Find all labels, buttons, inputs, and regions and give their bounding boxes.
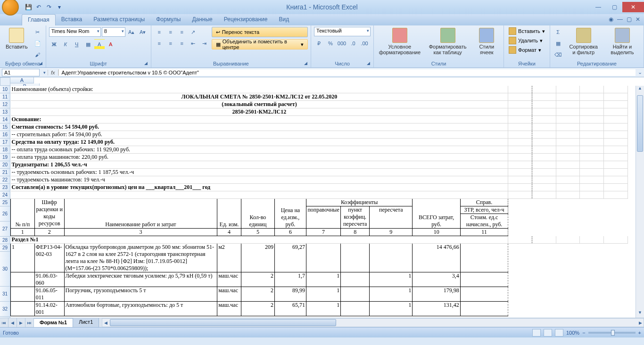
increase-indent-icon[interactable]: ⇥ [199, 38, 210, 49]
horizontal-scrollbar[interactable]: ◀ ▶ [102, 318, 644, 327]
cell[interactable] [370, 244, 413, 272]
cell[interactable]: м2 [217, 244, 241, 272]
increase-decimal-icon[interactable]: .0 [348, 38, 358, 49]
row-header-23[interactable]: 23 [0, 184, 10, 191]
wrap-text-button[interactable]: ↩Перенос текста [212, 27, 308, 37]
underline-button[interactable]: Ч [72, 39, 82, 49]
qat-customize-icon[interactable]: ▾ [55, 2, 64, 12]
cell[interactable]: 91.06.03-060 [34, 272, 64, 287]
row-header-18[interactable]: 18 [0, 146, 10, 154]
paste-button[interactable]: Вставить [3, 27, 31, 50]
row-header-33[interactable]: 33 [0, 317, 10, 318]
row-header-24[interactable]: 24 [0, 191, 10, 199]
cell[interactable]: Трудозатраты: 1 206,55 чел.-ч [11, 161, 508, 169]
cell[interactable] [341, 272, 370, 287]
cell[interactable] [306, 244, 340, 272]
colnum[interactable]: 5 [241, 229, 274, 236]
align-right-icon[interactable]: ≡ [177, 38, 187, 49]
cell[interactable]: 2 [241, 272, 274, 287]
format-as-table-button[interactable]: Форматировать как таблицу [425, 27, 471, 56]
cell[interactable]: 2 [241, 302, 274, 316]
help-icon[interactable]: ◉ [609, 16, 613, 24]
col-header-A[interactable]: A [10, 77, 34, 83]
clipboard-launcher-icon[interactable]: ◢ [39, 61, 45, 66]
cell[interactable] [341, 287, 370, 302]
cell[interactable]: 1,7 [274, 272, 306, 287]
cell[interactable]: -- трудоемкость машинистов: 19 чел.-ч [11, 176, 508, 184]
tab-prev-icon[interactable]: ◀ [8, 318, 17, 327]
orientation-icon[interactable]: ↗ [188, 27, 198, 37]
row-header-26[interactable]: 26 [0, 206, 10, 222]
row-header-17[interactable]: 17 [0, 139, 10, 146]
cell[interactable] [11, 302, 35, 316]
tab-formulas[interactable]: Формулы [150, 14, 186, 25]
vertical-scrollbar[interactable]: ▲ ▼ [636, 86, 644, 318]
select-all-corner[interactable] [0, 77, 10, 86]
cell-styles-button[interactable]: Стили ячеек [472, 27, 501, 56]
th-sprav[interactable]: Справ. [460, 199, 508, 206]
cell[interactable] [460, 287, 508, 302]
row-header-11[interactable]: 11 [0, 93, 10, 101]
number-launcher-icon[interactable]: ◢ [367, 61, 372, 66]
tab-insert[interactable]: Вставка [56, 14, 88, 25]
increase-font-icon[interactable]: A▴ [126, 27, 137, 37]
font-color-icon[interactable]: A [106, 39, 116, 49]
fx-icon[interactable]: fx [48, 70, 58, 75]
close-button[interactable]: ✕ [622, 2, 644, 12]
align-middle-icon[interactable]: ≡ [165, 27, 176, 37]
ribbon-window-icon[interactable]: ▢ [627, 16, 632, 24]
view-normal-icon[interactable] [532, 329, 541, 337]
zoom-percent[interactable]: 100% [566, 330, 579, 336]
tab-view[interactable]: Вид [273, 14, 295, 25]
row-header-30[interactable]: 30 [0, 252, 10, 287]
row-header-22[interactable]: 22 [0, 176, 10, 184]
formula-input[interactable]: Адепт:Управление строительством v 10.5 ©… [58, 69, 636, 76]
fill-color-icon[interactable]: A [94, 39, 105, 49]
cell[interactable]: 69,27 [274, 244, 306, 272]
cell[interactable] [460, 272, 508, 287]
cell[interactable] [11, 191, 508, 199]
copy-icon[interactable]: 📄 [33, 38, 43, 49]
cell[interactable]: Составлен(а) в уровне текущих(прогнозных… [11, 184, 508, 191]
th-ztr[interactable]: ЗТР, всего, чел-ч [460, 206, 508, 214]
decrease-decimal-icon[interactable]: .00 [359, 38, 370, 49]
save-icon[interactable]: 💾 [24, 2, 33, 12]
cell[interactable]: (локальный сметный расчет) [11, 101, 508, 108]
cell[interactable]: -- трудоемкость основных рабочих: 1 187,… [11, 169, 508, 176]
formula-expand-icon[interactable]: ⌄ [636, 69, 644, 75]
border-icon[interactable]: ▦ [83, 39, 93, 49]
row-header-10[interactable]: 10 [0, 86, 10, 93]
cell[interactable]: 14 476,66 [413, 244, 460, 272]
bold-button[interactable]: Ж [49, 39, 59, 49]
th-popr[interactable]: поправочные [306, 206, 340, 229]
hscroll-thumb[interactable] [110, 319, 336, 326]
minimize-button[interactable]: — [590, 2, 606, 12]
format-cells-button[interactable]: Формат ▾ [507, 46, 547, 54]
sheet-tab-0[interactable]: Форма №1 [34, 318, 73, 327]
grid[interactable]: Наименование (объекта) стройки: ЛОКАЛЬНА… [10, 86, 636, 318]
row-header-28[interactable]: 28 [0, 237, 10, 244]
cell[interactable]: 1 [370, 272, 413, 287]
th-peres[interactable]: пересчета [370, 206, 413, 229]
row-header-31[interactable]: 31 [0, 287, 10, 302]
scroll-down-icon[interactable]: ▼ [636, 310, 644, 318]
conditional-formatting-button[interactable]: Условное форматирование [377, 27, 423, 56]
cell[interactable]: ЛОКАЛЬНАЯ СМЕТА № 2850-2501-КМ2.ЛС12 от … [11, 93, 508, 101]
align-left-icon[interactable]: ≡ [154, 38, 165, 49]
cell[interactable]: маш.час [217, 287, 241, 302]
tab-review[interactable]: Рецензирование [218, 14, 273, 25]
align-bottom-icon[interactable]: ≡ [177, 27, 187, 37]
row-header-25[interactable]: 25 [0, 199, 10, 206]
cell[interactable]: 179,98 [413, 287, 460, 302]
comma-icon[interactable]: 000 [337, 38, 347, 49]
th-pk[interactable]: пункт коэффиц. пересчета [341, 206, 370, 229]
delete-cells-button[interactable]: Удалить ▾ [507, 36, 547, 45]
maximize-button[interactable]: ▢ [606, 2, 622, 12]
name-box[interactable]: A1 [2, 69, 40, 76]
cell[interactable] [11, 287, 35, 302]
cell[interactable]: 2850-2501-КМ2.ЛС12 [11, 108, 508, 116]
th-vsego[interactable]: ВСЕГО затрат, руб. [413, 199, 460, 229]
font-size-combo[interactable]: 8 [102, 27, 125, 37]
format-painter-icon[interactable]: 🖌 [33, 49, 43, 60]
cell[interactable] [460, 302, 508, 316]
